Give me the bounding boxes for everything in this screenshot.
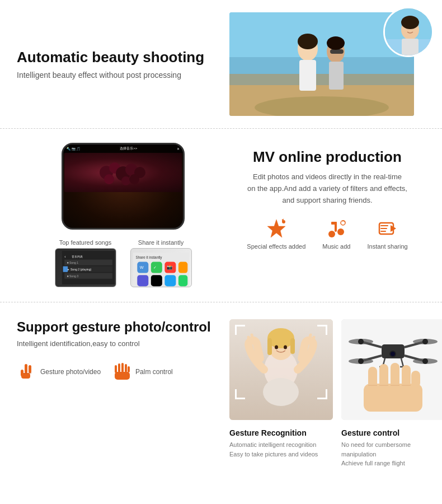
svg-rect-64	[118, 363, 120, 372]
palm-control-label: Palm control	[135, 368, 173, 376]
svg-rect-66	[125, 364, 127, 372]
svg-point-9	[327, 36, 345, 50]
svg-rect-56	[380, 231, 386, 232]
thumbnail-row: Top featured songs ‹ 音乐列表 ■ Song 1 ► Son…	[55, 239, 192, 287]
svg-rect-57	[25, 364, 27, 373]
phone-music-label: 选择音乐>>	[120, 146, 137, 151]
special-effects-label: Special effects added	[247, 243, 305, 250]
svg-rect-2	[229, 57, 414, 85]
music-item: Music add	[322, 217, 350, 250]
music-icon	[325, 217, 347, 240]
svg-text:‹: ‹	[64, 255, 65, 259]
mv-description: Edit photos and videos directly in the r…	[229, 171, 425, 206]
thumb-share-image: Share it instantly W ✓ 📸	[130, 248, 192, 287]
svg-text:Share it instantly: Share it instantly	[135, 255, 162, 260]
svg-rect-33	[63, 266, 68, 272]
svg-point-14	[401, 16, 419, 29]
berry-illustration	[95, 156, 151, 189]
svg-point-22	[121, 176, 130, 185]
instant-sharing-label: Instant sharing	[367, 243, 407, 250]
beauty-subtitle: Intelligent beauty effect without post p…	[17, 71, 218, 80]
mv-icons-row: Special effects added Music add	[229, 217, 425, 250]
svg-point-103	[358, 358, 364, 364]
svg-rect-54	[380, 225, 388, 226]
beauty-title: Automatic beauty shooting	[17, 49, 218, 66]
svg-rect-15	[402, 39, 419, 55]
drone-illustration	[341, 319, 442, 420]
svg-text:► Song 2 (playing): ► Song 2 (playing)	[67, 268, 91, 271]
svg-point-49	[337, 228, 344, 235]
svg-point-23	[129, 174, 139, 184]
svg-text:音乐列表: 音乐列表	[72, 255, 83, 258]
svg-rect-55	[380, 228, 387, 229]
svg-text:■ Song 3: ■ Song 3	[67, 274, 78, 278]
phone-screen: 🔦 📷 🎵 选择音乐>> ✕	[63, 144, 183, 228]
palm-control-item: Palm control	[112, 362, 173, 382]
gesture-control-text: No need for cumbersome manipulationAchie…	[341, 440, 442, 468]
share-item: Instant sharing	[367, 217, 407, 250]
phone-icons-left: 🔦 📷 🎵	[67, 147, 80, 151]
svg-point-76	[275, 346, 278, 349]
svg-rect-68	[115, 372, 130, 380]
svg-text:W: W	[139, 265, 143, 270]
special-effects-item: Special effects added	[247, 217, 305, 250]
mv-production-section: 🔦 📷 🎵 选择音乐>> ✕	[0, 129, 442, 302]
svg-text:✓: ✓	[153, 265, 157, 270]
palm-icon	[112, 362, 132, 382]
gesture-title: Support gesture photo/control	[17, 319, 218, 335]
gesture-control-image	[341, 319, 442, 420]
svg-line-81	[309, 335, 311, 340]
circle-portrait-inner	[385, 8, 432, 55]
svg-text:📸: 📸	[167, 264, 173, 270]
star-icon	[265, 217, 288, 240]
svg-rect-8	[330, 49, 344, 54]
svg-rect-65	[121, 363, 124, 372]
beauty-images	[229, 12, 425, 116]
songs-illustration: ‹ 音乐列表 ■ Song 1 ► Song 2 (playing) ■ Son…	[58, 251, 116, 284]
phone-mockup: 🔦 📷 🎵 选择音乐>> ✕	[62, 143, 185, 230]
svg-point-102	[422, 339, 428, 344]
gesture-recognition-caption: Gesture Recognition Automatic intelligen…	[229, 428, 333, 468]
svg-point-5	[298, 34, 318, 49]
thumb-songs: Top featured songs ‹ 音乐列表 ■ Song 1 ► Son…	[55, 239, 116, 287]
svg-rect-67	[128, 366, 130, 372]
svg-rect-115	[402, 365, 411, 388]
svg-rect-114	[391, 363, 399, 388]
gesture-control-title: Gesture control	[341, 428, 442, 437]
circle-portrait	[383, 7, 434, 57]
share-icon	[377, 217, 399, 240]
svg-point-104	[422, 358, 428, 364]
svg-rect-7	[329, 62, 344, 90]
svg-rect-90	[326, 389, 327, 399]
section3-right: Gesture Recognition Automatic intelligen…	[229, 319, 442, 468]
svg-rect-75	[290, 338, 295, 354]
phone-close: ✕	[177, 147, 180, 151]
svg-point-106	[391, 352, 395, 356]
svg-line-79	[252, 335, 253, 340]
svg-rect-63	[115, 365, 117, 373]
gesture-recognition-title: Gesture Recognition	[229, 428, 333, 437]
svg-rect-74	[267, 338, 272, 355]
svg-rect-116	[411, 371, 420, 388]
gesture-subtitle: Intelligent identification,easy to contr…	[17, 339, 218, 348]
mv-title: MV online production	[229, 148, 425, 166]
svg-rect-88	[235, 389, 237, 399]
gesture-recognition-image	[229, 319, 333, 420]
mv-left: 🔦 📷 🎵 选择音乐>> ✕	[17, 143, 229, 287]
woman-illustration	[229, 319, 333, 420]
gesture-control-section: Support gesture photo/control Intelligen…	[0, 302, 442, 504]
svg-rect-40	[137, 275, 148, 286]
beauty-shooting-section: Automatic beauty shooting Intelligent be…	[0, 0, 442, 129]
gesture-control-caption: Gesture control No need for cumbersome m…	[341, 428, 442, 468]
svg-text:■ Song 1: ■ Song 1	[67, 261, 78, 264]
section3-left: Support gesture photo/control Intelligen…	[17, 319, 229, 382]
peace-sign-icon	[17, 362, 37, 382]
phone-top-bar: 🔦 📷 🎵 选择音乐>> ✕	[63, 144, 183, 153]
svg-rect-58	[29, 365, 31, 373]
thumb-share: Share it instantly Share it instantly	[130, 239, 192, 287]
share-illustration: Share it instantly W ✓ 📸	[133, 251, 189, 287]
svg-rect-84	[235, 325, 237, 335]
svg-rect-43	[178, 275, 187, 286]
svg-rect-51	[331, 222, 337, 225]
gesture-photo-label: Gesture photo/video	[40, 368, 101, 376]
